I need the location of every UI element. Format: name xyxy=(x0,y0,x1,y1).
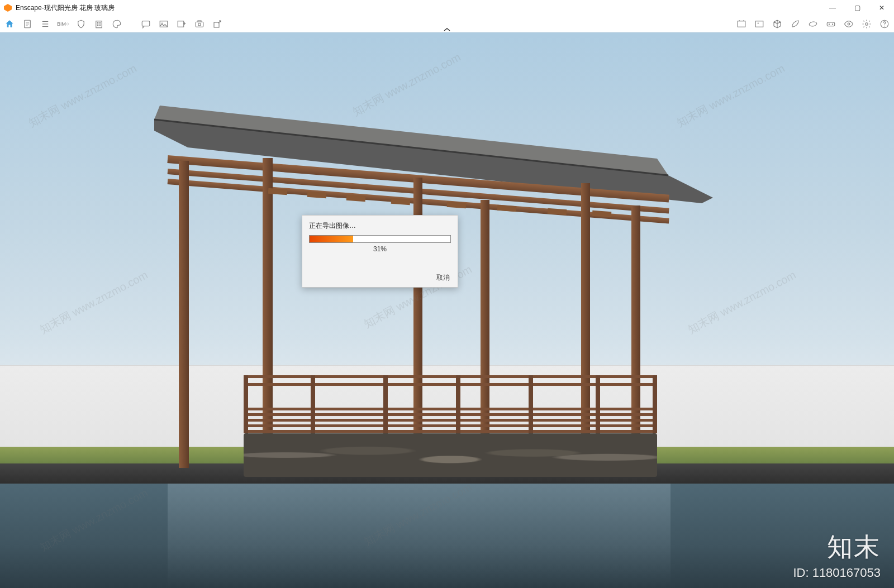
shield-icon[interactable] xyxy=(75,18,87,30)
palette-icon[interactable] xyxy=(111,18,123,30)
svg-rect-18 xyxy=(196,22,203,27)
export-icon[interactable] xyxy=(211,18,224,30)
cancel-button[interactable]: 取消 xyxy=(436,273,450,283)
document-icon[interactable] xyxy=(21,18,34,30)
svg-point-26 xyxy=(829,23,830,25)
vr-icon[interactable] xyxy=(825,18,837,30)
svg-point-19 xyxy=(198,23,201,26)
camera-icon[interactable] xyxy=(193,18,206,30)
svg-marker-0 xyxy=(4,4,12,12)
bim-icon[interactable]: BIM xyxy=(57,18,69,30)
watermark-id: ID: 1180167053 xyxy=(793,566,881,580)
progress-bar xyxy=(309,235,451,243)
svg-rect-11 xyxy=(99,22,101,23)
pavilion-brackets xyxy=(257,183,659,217)
pavilion-post xyxy=(179,161,189,468)
svg-rect-23 xyxy=(755,21,763,27)
svg-rect-22 xyxy=(738,21,745,27)
render-viewport[interactable]: 知末网 www.znzmo.com 知末网 www.znzmo.com 知末网 … xyxy=(0,32,894,588)
close-button[interactable]: ✕ xyxy=(869,0,894,16)
svg-rect-12 xyxy=(97,24,98,25)
photo-icon[interactable] xyxy=(753,18,765,30)
maximize-button[interactable]: ▢ xyxy=(845,0,869,16)
image-add-icon[interactable] xyxy=(175,18,188,30)
home-icon[interactable] xyxy=(3,18,16,30)
svg-rect-13 xyxy=(99,24,101,25)
help-icon[interactable] xyxy=(878,18,891,30)
progress-bar-fill xyxy=(310,236,353,242)
leaf-icon[interactable] xyxy=(789,18,801,30)
watermark-id-prefix: ID: xyxy=(793,566,812,580)
app-name: Enscape xyxy=(16,4,42,12)
svg-rect-17 xyxy=(178,21,184,27)
watermark-id-value: 1180167053 xyxy=(812,566,881,580)
export-progress-dialog: 正在导出图像… 31% 取消 xyxy=(302,215,458,288)
pavilion-railing xyxy=(244,375,657,433)
svg-rect-14 xyxy=(142,21,150,26)
svg-point-27 xyxy=(832,23,833,25)
svg-rect-25 xyxy=(827,22,835,26)
building-icon[interactable] xyxy=(93,18,105,30)
svg-point-8 xyxy=(66,23,69,25)
document-title: 现代阳光房 花房 玻璃房 xyxy=(44,3,115,13)
watermark-brand: 知末 xyxy=(827,530,881,565)
window-controls: — ▢ ✕ xyxy=(820,0,894,16)
water-reflection xyxy=(168,484,670,587)
app-icon xyxy=(3,3,12,12)
minimize-button[interactable]: — xyxy=(820,0,845,16)
wing-icon[interactable] xyxy=(807,18,819,30)
svg-point-29 xyxy=(866,22,868,25)
svg-rect-20 xyxy=(198,21,201,22)
svg-rect-9 xyxy=(96,21,102,27)
screenshot-icon[interactable] xyxy=(735,18,748,30)
list-icon[interactable] xyxy=(39,18,51,30)
stone-base xyxy=(244,433,657,477)
svg-rect-10 xyxy=(97,22,98,23)
svg-point-28 xyxy=(848,23,850,25)
svg-point-31 xyxy=(884,26,885,27)
cube-icon[interactable] xyxy=(771,18,783,30)
chevron-handle-icon[interactable] xyxy=(441,27,453,32)
settings-icon[interactable] xyxy=(860,18,873,30)
svg-point-24 xyxy=(758,22,759,23)
image-icon[interactable] xyxy=(158,18,170,30)
titlebar: Enscape - 现代阳光房 花房 玻璃房 — ▢ ✕ xyxy=(0,0,894,16)
progress-percent-label: 31% xyxy=(309,245,451,253)
dialog-title: 正在导出图像… xyxy=(309,221,451,231)
eye-icon[interactable] xyxy=(843,18,855,30)
message-icon[interactable] xyxy=(140,18,152,30)
